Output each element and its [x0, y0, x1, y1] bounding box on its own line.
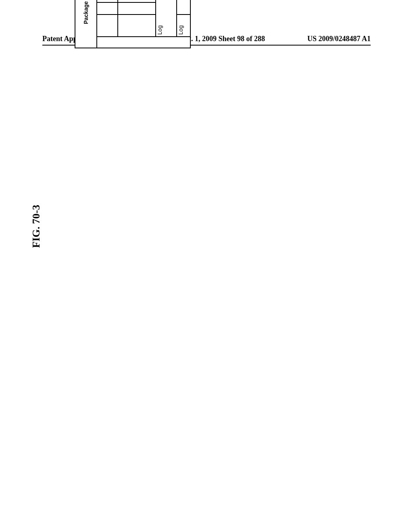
pkg-col-a: [97, 37, 190, 48]
cell: [118, 0, 156, 2]
cell: [97, 0, 118, 2]
table-row: VirtualChildIn-dicator 70052 1 70054 Ind…: [97, 0, 118, 48]
cell-pkg-cd: 70072: [177, 0, 190, 15]
cell: [118, 2, 156, 15]
cell: [118, 15, 156, 37]
cell: [97, 2, 118, 15]
cell-pkg-b: Log: [177, 15, 190, 37]
header-row: Package level1 level2 level3 level4 Card…: [75, 0, 97, 48]
cell: [97, 15, 118, 37]
schema-table: Package level1 level2 level3 level4 Card…: [75, 0, 191, 48]
header-center: Oct. 1, 2009 Sheet 98 of 288: [180, 35, 265, 43]
header-right: US 2009/0248487 A1: [307, 35, 371, 43]
patent-page: Patent Application Publication Oct. 1, 2…: [0, 0, 413, 532]
figure-area: FIG. 70-3 Package level1 level2 level3 l…: [52, 64, 311, 476]
col-package: Package: [75, 0, 97, 48]
cell-pkg-merge: Log 70064: [156, 0, 177, 37]
figure-title: FIG. 70-3: [30, 205, 42, 248]
